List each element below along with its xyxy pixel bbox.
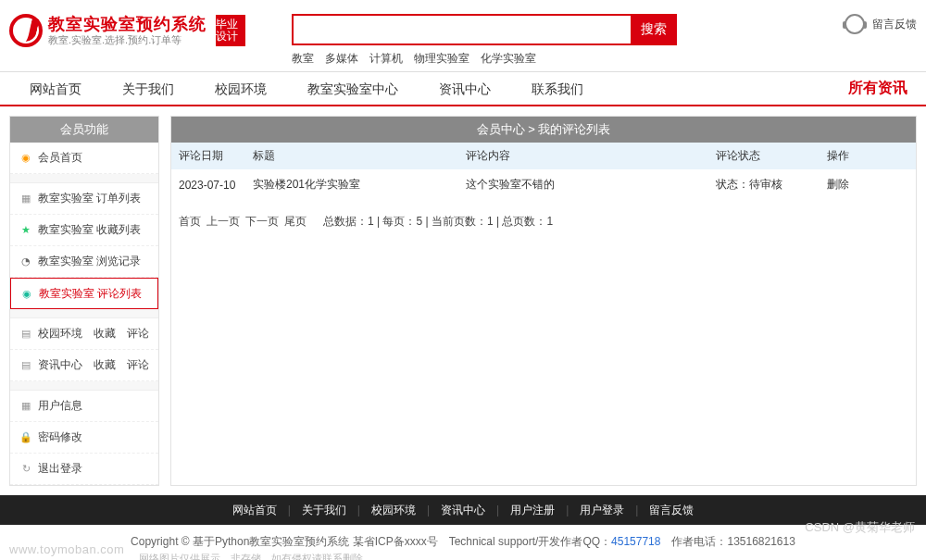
pager-link[interactable]: 上一页 — [206, 215, 240, 228]
grid-icon: ▦ — [19, 400, 32, 413]
watermark-right: CSDN @黄菊华老师 — [805, 519, 915, 536]
sidebar-item[interactable]: ▦教室实验室 订单列表 — [10, 183, 158, 215]
nav-item[interactable]: 联系我们 — [511, 71, 604, 106]
sidebar-item[interactable]: ▤校园环境 收藏 评论 — [10, 318, 158, 350]
sidebar-item-label: 资讯中心 收藏 评论 — [38, 357, 149, 373]
sidebar-item[interactable]: ▦用户信息 — [10, 391, 158, 422]
clock-icon: ◔ — [19, 255, 32, 268]
nav-item[interactable]: 校园环境 — [194, 71, 287, 106]
sidebar-item-label: 校园环境 收藏 评论 — [38, 326, 149, 342]
nav-item[interactable]: 关于我们 — [102, 71, 194, 106]
nav-item[interactable]: 资讯中心 — [419, 71, 511, 106]
table-header: 评论内容 — [458, 143, 708, 169]
sidebar-item-label: 密码修改 — [38, 429, 82, 445]
footer-link[interactable]: 用户注册 — [510, 504, 555, 516]
sidebar-item[interactable]: ★教室实验室 收藏列表 — [10, 215, 158, 246]
pager-link[interactable]: 尾页 — [284, 215, 307, 228]
dot-icon: ◉ — [20, 287, 33, 300]
sidebar-item-label: 教室实验室 评论列表 — [39, 286, 142, 302]
search-tag[interactable]: 计算机 — [369, 52, 403, 65]
footer-link[interactable]: 资讯中心 — [441, 504, 485, 516]
breadcrumb: 会员中心 > 我的评论列表 — [171, 117, 916, 143]
sidebar-item-label: 教室实验室 订单列表 — [38, 191, 141, 206]
star-icon: ★ — [19, 224, 32, 237]
footer-link[interactable]: 校园环境 — [371, 504, 416, 516]
logo-block[interactable]: 教室实验室预约系统 教室.实验室.选择.预约.订单等 毕业设计 — [9, 14, 245, 47]
sidebar-item-label: 用户信息 — [38, 398, 82, 414]
footer-link[interactable]: 用户登录 — [580, 504, 624, 516]
table-cell: 实验楼201化学实验室 — [245, 169, 458, 201]
table-header: 评论状态 — [708, 143, 820, 169]
sidebar-item[interactable]: ◉会员首页 — [10, 143, 158, 174]
home-icon: ◉ — [19, 152, 32, 165]
main-nav: 网站首页关于我们校园环境教室实验室中心资讯中心联系我们所有资讯 — [0, 71, 926, 106]
search-tag[interactable]: 多媒体 — [325, 52, 358, 65]
nav-right-link[interactable]: 所有资讯 — [848, 79, 917, 98]
main-panel: 会员中心 > 我的评论列表 评论日期标题评论内容评论状态操作 2023-07-1… — [170, 116, 917, 486]
table-cell: 状态：待审核 — [708, 169, 820, 201]
site-subtitle: 教室.实验室.选择.预约.订单等 — [48, 34, 206, 45]
copyright: Copyright © 基于Python教室实验室预约系统 某省ICP备xxxx… — [0, 525, 926, 552]
search-tags: 教室多媒体计算机物理实验室化学实验室 — [292, 51, 677, 67]
logo-icon — [9, 14, 43, 47]
comment-table: 评论日期标题评论内容评论状态操作 2023-07-10实验楼201化学实验室这个… — [171, 143, 916, 201]
delete-link[interactable]: 删除 — [820, 169, 916, 201]
table-header: 操作 — [820, 143, 916, 169]
table-header: 标题 — [245, 143, 458, 169]
watermark-note: 网络图片仅供展示，非存储，如有侵权请联系删除。 — [0, 552, 926, 560]
sidebar-item-label: 教室实验室 浏览记录 — [38, 254, 141, 269]
box-icon: ▤ — [19, 328, 32, 341]
table-cell: 2023-07-10 — [171, 169, 245, 201]
footer-link[interactable]: 留言反馈 — [649, 504, 694, 516]
feedback-link[interactable]: 留言反馈 — [845, 14, 917, 34]
headset-icon — [845, 14, 865, 34]
footer-link[interactable]: 网站首页 — [232, 504, 277, 516]
sidebar: 会员功能 ◉会员首页▦教室实验室 订单列表★教室实验室 收藏列表◔教室实验室 浏… — [9, 116, 159, 486]
grid-icon: ▦ — [19, 193, 32, 205]
table-row: 2023-07-10实验楼201化学实验室这个实验室不错的状态：待审核删除 — [171, 169, 916, 201]
sidebar-item[interactable]: ◉教室实验室 评论列表 — [10, 278, 158, 309]
nav-item[interactable]: 网站首页 — [9, 71, 102, 106]
pager: 首页上一页下一页尾页 总数据：1 | 每页：5 | 当前页数：1 | 总页数：1 — [171, 201, 916, 243]
search-input[interactable] — [292, 14, 631, 45]
sidebar-item-label: 会员首页 — [38, 150, 82, 166]
footer-link[interactable]: 关于我们 — [302, 504, 346, 516]
search-button[interactable]: 搜索 — [631, 14, 677, 45]
watermark-left: www.toymoban.com — [9, 542, 124, 556]
sidebar-item[interactable]: 🔒密码修改 — [10, 422, 158, 454]
table-header: 评论日期 — [171, 143, 245, 169]
feedback-label: 留言反馈 — [872, 17, 917, 32]
sidebar-item[interactable]: ↻退出登录 — [10, 454, 158, 485]
search-tag[interactable]: 化学实验室 — [481, 52, 536, 65]
logo-badge: 毕业设计 — [216, 15, 245, 46]
search-tag[interactable]: 物理实验室 — [414, 52, 469, 65]
sidebar-item-label: 教室实验室 收藏列表 — [38, 222, 141, 238]
footer-nav: 网站首页|关于我们|校园环境|资讯中心|用户注册|用户登录|留言反馈 — [0, 495, 926, 525]
sidebar-item[interactable]: ◔教室实验室 浏览记录 — [10, 246, 158, 278]
nav-item[interactable]: 教室实验室中心 — [287, 71, 419, 106]
pager-stats: 总数据：1 | 每页：5 | 当前页数：1 | 总页数：1 — [312, 215, 553, 228]
sidebar-item[interactable]: ▤资讯中心 收藏 评论 — [10, 350, 158, 381]
sidebar-item-label: 退出登录 — [38, 461, 82, 477]
sidebar-title: 会员功能 — [10, 117, 158, 143]
lock-icon: 🔒 — [19, 431, 32, 444]
pager-link[interactable]: 下一页 — [245, 215, 279, 228]
qq-link[interactable]: 45157718 — [611, 535, 660, 548]
search-tag[interactable]: 教室 — [292, 52, 314, 65]
table-cell: 这个实验室不错的 — [458, 169, 708, 201]
out-icon: ↻ — [19, 463, 32, 476]
site-title: 教室实验室预约系统 — [48, 16, 206, 34]
pager-link[interactable]: 首页 — [179, 215, 201, 228]
box-icon: ▤ — [19, 359, 32, 372]
